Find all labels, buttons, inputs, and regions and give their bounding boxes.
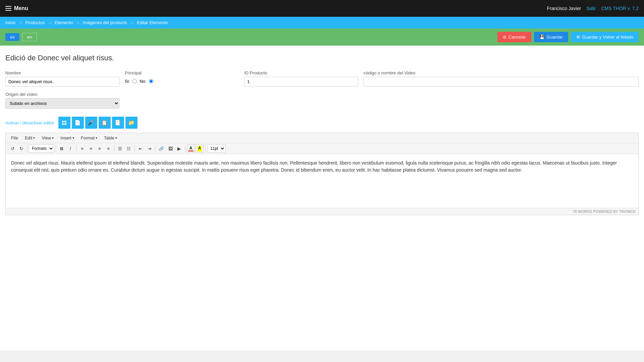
lang-en-button[interactable]: en: [22, 33, 37, 41]
cms-version-label: CMS THOR v. 7.2: [601, 6, 639, 11]
nombre-group: Nombre: [5, 70, 119, 86]
editor-icon-microphone[interactable]: 🎤: [85, 117, 97, 129]
origen-label: Origen del vídeo: [5, 92, 119, 97]
tinymce-menubar: File Edit▾ View▾ Insert▾ Format▾ Table▾: [6, 133, 638, 143]
align-right-button[interactable]: ≡: [96, 144, 104, 153]
menu-button[interactable]: Menu: [5, 5, 28, 11]
ordered-list-button[interactable]: ☷: [125, 144, 133, 153]
editor-icon-pdf[interactable]: 📋: [99, 117, 111, 129]
outdent-button[interactable]: ⇤: [137, 144, 145, 153]
media-button[interactable]: ▶: [175, 144, 183, 153]
nombre-input[interactable]: [5, 77, 119, 86]
format-chevron-icon: ▾: [96, 136, 97, 140]
toolbar-separator-1: [27, 145, 27, 152]
breadcrumb-arrow-2: →: [48, 20, 52, 25]
font-size-select[interactable]: 11pt 12pt 14pt 18pt: [207, 144, 225, 153]
align-center-button[interactable]: ≡: [87, 144, 95, 153]
tinymce-toolbar: ↺ ↻ Formats B I ≡ ≡ ≡ ≡ ☰ ☷ ⇤ ⇥: [6, 143, 638, 154]
si-label: Si:: [125, 79, 130, 84]
save-back-button[interactable]: ⚙ Guardar y Volver al listado: [571, 32, 639, 42]
toolbar-separator-4: [114, 145, 114, 152]
breadcrumb-arrow-3: →: [76, 20, 80, 25]
save-back-icon: ⚙: [576, 35, 580, 40]
toolbar-separator-7: [185, 145, 185, 152]
formats-select[interactable]: Formats: [29, 144, 54, 153]
principal-group: Principal Si: No:: [125, 70, 239, 86]
save-label: Guardar: [547, 35, 563, 40]
origen-select[interactable]: Subido en archivos YouTube Vimeo: [5, 98, 119, 109]
format-label: Format: [81, 135, 95, 140]
menu-view[interactable]: View▾: [39, 134, 56, 141]
toolbar-separator-5: [135, 145, 135, 152]
menu-insert[interactable]: Insert▾: [58, 134, 77, 141]
breadcrumb-imagenes[interactable]: Imágenes del producto: [83, 20, 127, 25]
editor-icon-toolbar: 🖼 📄 🎤 📋 📑 📁: [58, 117, 138, 129]
breadcrumb-elemento[interactable]: Elemento: [55, 20, 73, 25]
highlight-color-button[interactable]: A: [196, 144, 204, 153]
view-chevron-icon: ▾: [52, 136, 54, 140]
editor-icon-copy[interactable]: 📑: [112, 117, 124, 129]
menu-format[interactable]: Format▾: [78, 134, 100, 141]
editor-toggle-link[interactable]: Activar / desactivar editor: [5, 120, 54, 125]
tinymce-footer: 78 WORDS POWERED BY TINYMCE: [6, 208, 638, 215]
top-navigation: Menu Francisco Javier Salir CMS THOR v. …: [0, 0, 644, 17]
cancel-icon: ⊘: [503, 35, 506, 40]
edit-label: Edit: [25, 135, 32, 140]
tinymce-content-area[interactable]: Donec vel aliquet risus. Mauris eleifend…: [6, 154, 638, 208]
table-label: Table: [104, 135, 114, 140]
tinymce-editor: File Edit▾ View▾ Insert▾ Format▾ Table▾ …: [5, 133, 639, 215]
save-icon: 💾: [539, 35, 545, 40]
origen-group: Origen del vídeo Subido en archivos YouT…: [5, 92, 119, 109]
video-input[interactable]: [364, 77, 639, 86]
page-title: Edició de Donec vel aliquet risus.: [5, 54, 639, 62]
editor-icon-file[interactable]: 📄: [72, 117, 84, 129]
salir-link[interactable]: Salir: [586, 6, 596, 11]
breadcrumb-arrow-4: →: [130, 20, 134, 25]
redo-button[interactable]: ↻: [17, 144, 25, 153]
breadcrumb-productos[interactable]: Productos: [25, 20, 45, 25]
hamburger-icon: [5, 6, 11, 11]
editor-section: Activar / desactivar editor 🖼 📄 🎤 📋 📑 📁 …: [5, 115, 639, 215]
indent-button[interactable]: ⇥: [145, 144, 153, 153]
toolbar-separator-3: [76, 145, 76, 152]
undo-button[interactable]: ↺: [8, 144, 16, 153]
save-button[interactable]: 💾 Guardar: [534, 32, 568, 42]
form-row-1: Nombre Principal Si: No: ID Producto cód…: [5, 70, 639, 86]
breadcrumb-current: Editar Elemento: [137, 20, 168, 25]
menu-table[interactable]: Table▾: [101, 134, 120, 141]
cancel-button[interactable]: ⊘ Cancelar: [497, 32, 531, 42]
align-justify-button[interactable]: ≡: [104, 144, 112, 153]
idproducto-group: ID Producto: [244, 70, 358, 86]
breadcrumb-inicio[interactable]: Inicio: [5, 20, 15, 25]
edit-chevron-icon: ▾: [33, 136, 35, 140]
menu-file[interactable]: File: [8, 134, 21, 141]
top-nav-right: Francisco Javier Salir CMS THOR v. 7.2: [547, 6, 639, 11]
table-chevron-icon: ▾: [115, 136, 117, 140]
lang-es-button[interactable]: es: [5, 33, 19, 41]
principal-label: Principal: [125, 70, 239, 75]
menu-edit[interactable]: Edit▾: [22, 134, 38, 141]
image-button[interactable]: 🖼: [166, 144, 174, 153]
menu-label: Menu: [14, 5, 28, 11]
idproducto-input[interactable]: [244, 77, 358, 86]
toolbar-separator-8: [205, 145, 206, 152]
align-left-button[interactable]: ≡: [78, 144, 86, 153]
no-label: No:: [140, 79, 146, 84]
italic-button[interactable]: I: [66, 144, 74, 153]
action-right-buttons: ⊘ Cancelar 💾 Guardar ⚙ Guardar y Volver …: [497, 32, 639, 42]
principal-si-radio[interactable]: [132, 79, 137, 83]
main-content: Edició de Donec vel aliquet risus. Nombr…: [0, 46, 644, 351]
video-label: código o nombre del Video: [364, 70, 639, 75]
toolbar-separator-2: [56, 145, 56, 152]
idproducto-label: ID Producto: [244, 70, 358, 75]
breadcrumb-arrow-1: →: [18, 20, 22, 25]
editor-icon-image[interactable]: 🖼: [58, 117, 70, 129]
unordered-list-button[interactable]: ☰: [116, 144, 124, 153]
font-color-button[interactable]: A: [187, 144, 195, 153]
editor-icon-doc[interactable]: 📁: [125, 117, 138, 129]
link-button[interactable]: 🔗: [157, 144, 166, 153]
bold-button[interactable]: B: [58, 144, 66, 153]
insert-label: Insert: [60, 135, 71, 140]
username-label: Francisco Javier: [547, 6, 581, 11]
principal-no-radio[interactable]: [149, 79, 153, 83]
